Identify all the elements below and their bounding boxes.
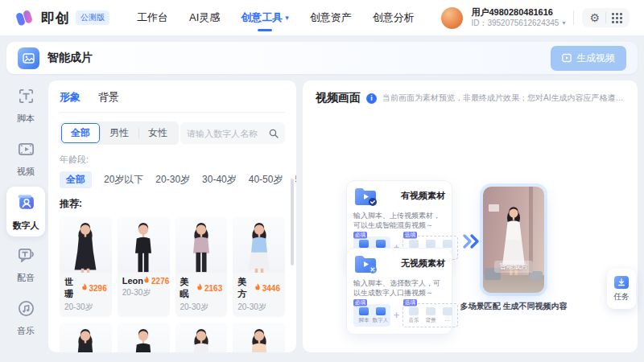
card-meta: 世珊3296 — [60, 273, 112, 300]
digital-human-card[interactable]: 美眠216320-30岁 — [175, 216, 228, 317]
popularity-value: 2276 — [151, 277, 169, 286]
digital-human-grid: 世珊329620-30岁Leon227620-30岁美眠216320-30岁美方… — [60, 216, 285, 352]
material-icon — [359, 240, 369, 248]
generate-video-button[interactable]: 生成视频 — [551, 46, 626, 71]
legal-disclaimer: 当前画面为素材预览，非最终成片效果；您对AI生成内容应严格遵循国家相关法律法规的… — [382, 93, 625, 104]
nav-item-label: 创意分析 — [373, 10, 415, 25]
avatar[interactable] — [441, 7, 463, 29]
age-filter-row: 全部20岁以下20-30岁30-40岁40-50岁50岁以上 — [60, 171, 285, 188]
material-icon — [443, 240, 452, 248]
digital-human-photo — [233, 323, 285, 352]
logo[interactable]: 即创 公测版 — [14, 9, 109, 27]
material-label: 背景 — [425, 317, 436, 324]
folder-video-check-icon — [353, 187, 379, 208]
digital-human-card[interactable]: 世菲730420-30岁 — [60, 323, 112, 352]
digital-human-card[interactable]: 美方344620-30岁 — [233, 216, 285, 317]
left-sidebar: 脚本视频数字人配音音乐 — [6, 80, 45, 356]
nav-item-2[interactable]: AI灵感 — [189, 0, 220, 35]
sidebar-item-音乐[interactable]: 音乐 — [6, 293, 45, 343]
nav-tools: ⚙ — [582, 8, 630, 27]
app-title: 即创 — [41, 9, 70, 27]
age-filter-3[interactable]: 20-30岁 — [155, 171, 190, 188]
popularity-value: 3446 — [262, 284, 280, 293]
sidebar-item-视频[interactable]: 视频 — [6, 134, 45, 183]
nav-item-5[interactable]: 创意分析 — [373, 0, 415, 35]
search-box[interactable] — [180, 122, 285, 144]
sidebar-item-label: 配音 — [17, 272, 35, 284]
nav-right: 用户4980280481616 ID：3952075612624345 ▾ ⚙ — [441, 7, 630, 29]
digital-human-card[interactable]: 宁烟290320-30岁 — [233, 323, 285, 352]
info-icon[interactable]: i — [366, 93, 377, 104]
gender-filter-1[interactable]: 全部 — [61, 123, 100, 143]
digital-human-age: 20-30岁 — [233, 300, 285, 317]
video-icon — [17, 140, 35, 162]
material-chip: 脚本 — [356, 307, 371, 326]
card-meta: 美方3446 — [233, 273, 285, 300]
nav-item-label: 工作台 — [137, 10, 168, 25]
user-block[interactable]: 用户4980280481616 ID：3952075612624345 ▾ — [471, 7, 565, 27]
popularity-value: 2163 — [204, 284, 222, 293]
logo-icon — [14, 9, 35, 27]
sidebar-item-脚本[interactable]: 脚本 — [6, 80, 45, 130]
scrollbar[interactable] — [291, 179, 294, 265]
digital-human-photo — [175, 323, 228, 352]
without-footage-title: 无视频素材 — [401, 254, 445, 269]
gender-filter-2[interactable]: 男性 — [100, 123, 138, 143]
music-icon — [17, 299, 35, 321]
tab-背景[interactable]: 背景 — [98, 90, 119, 105]
age-filter-5[interactable]: 40-50岁 — [249, 171, 283, 188]
apps-grid-icon[interactable] — [612, 13, 622, 23]
task-download-icon — [614, 276, 629, 289]
without-footage-card[interactable]: 无视频素材 输入脚本、选择数字人，可以生成数字人口播视频～ 必填脚本数字人+选填… — [346, 248, 452, 335]
task-widget[interactable]: 任务 — [607, 269, 636, 309]
flame-icon — [143, 276, 150, 286]
search-input[interactable] — [187, 129, 264, 138]
search-icon[interactable] — [269, 129, 279, 138]
popularity-count: 2163 — [196, 283, 222, 293]
digital-human-age: 20-30岁 — [118, 286, 170, 302]
nav-item-4[interactable]: 创意资产 — [310, 0, 352, 35]
optional-materials-group: 选填音乐背景… — [402, 303, 458, 327]
material-chip: 音乐 — [406, 307, 421, 326]
sidebar-item-数字人[interactable]: 数字人 — [6, 187, 45, 237]
digital-human-name: 美眠 — [180, 276, 197, 300]
nav-menu: 工作台AI灵感创意工具▾创意资产创意分析 — [137, 0, 415, 35]
digital-human-photo — [118, 216, 170, 273]
required-tag: 必填 — [353, 299, 367, 306]
digital-human-card[interactable]: 才吉232220-30岁 — [118, 323, 170, 352]
digital-human-name: 世珊 — [64, 276, 81, 300]
material-icon — [426, 307, 436, 315]
age-filter-label: 年龄段: — [60, 154, 285, 166]
divider — [605, 12, 606, 23]
gear-icon[interactable]: ⚙ — [589, 12, 600, 23]
user-id: ID：3952075612624345 — [471, 19, 559, 28]
age-filter-6[interactable]: 50岁以上 — [295, 171, 296, 188]
digital-human-library-panel: 形象背景 全部男性女性 年龄段: 全部20岁以下20-30岁30-40岁40-5… — [48, 80, 296, 352]
library-tabs: 形象背景 — [60, 90, 285, 113]
smart-film-icon — [18, 47, 39, 69]
popularity-count: 3296 — [81, 283, 107, 293]
age-filter-2[interactable]: 20岁以下 — [104, 171, 143, 188]
digital-human-name: 美方 — [237, 276, 254, 300]
required-tag: 必填 — [353, 232, 367, 239]
popularity-count: 2276 — [143, 276, 169, 286]
sidebar-item-配音[interactable]: 配音 — [6, 240, 45, 290]
digital-human-card[interactable]: 美蔓447520-30岁 — [175, 323, 228, 352]
nav-item-3[interactable]: 创意工具▾ — [241, 0, 289, 35]
digital-human-icon — [16, 192, 36, 216]
nav-item-label: AI灵感 — [189, 10, 220, 25]
preview-title: 视频画面 — [316, 91, 361, 105]
optional-tag: 选填 — [403, 232, 417, 239]
gender-segment: 全部男性女性 — [60, 121, 179, 145]
dubbing-icon — [17, 246, 35, 268]
digital-human-card[interactable]: Leon227620-30岁 — [118, 216, 170, 317]
age-filter-1[interactable]: 全部 — [60, 171, 92, 188]
digital-human-card[interactable]: 世珊329620-30岁 — [60, 216, 112, 317]
age-filter-4[interactable]: 30-40岁 — [202, 171, 237, 188]
chevron-down-icon: ▾ — [285, 14, 289, 22]
tab-形象[interactable]: 形象 — [60, 90, 80, 105]
video-caption-overlay: 智能成片 — [494, 261, 533, 273]
gender-filter-3[interactable]: 女性 — [138, 123, 177, 143]
user-name: 用户4980280481616 — [471, 7, 565, 18]
nav-item-1[interactable]: 工作台 — [137, 0, 168, 35]
